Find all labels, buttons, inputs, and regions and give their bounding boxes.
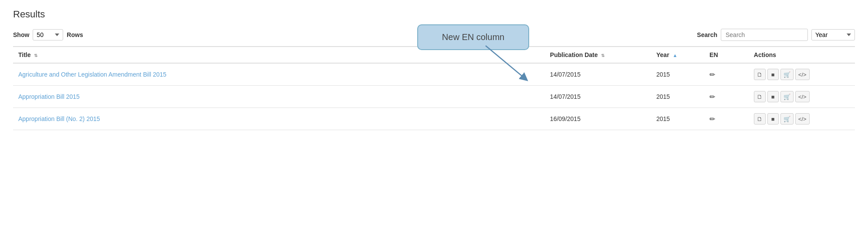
results-table: Title ⇅ Publication Date ⇅ Year ▲ EN Act… (13, 46, 855, 130)
table-body: Agriculture and Other Legislation Amendm… (13, 63, 855, 130)
cell-year: 2015 (651, 63, 704, 86)
show-rows-select[interactable]: 50 10 25 100 (33, 29, 63, 40)
cell-year: 2015 (651, 108, 704, 130)
col-year[interactable]: Year ▲ (651, 47, 704, 63)
search-label: Search (697, 31, 717, 38)
code-button[interactable]: </> (795, 113, 810, 124)
title-link[interactable]: Appropriation Bill 2015 (18, 93, 80, 100)
toolbar: Show 50 10 25 100 Rows Search Year 2015 … (13, 29, 855, 41)
pdf-button[interactable]: 🗋 (754, 91, 766, 102)
en-edit-icon[interactable]: ✏ (709, 115, 715, 123)
cell-actions: 🗋 ■ 🛒 </> (749, 86, 855, 108)
cell-actions: 🗋 ■ 🛒 </> (749, 108, 855, 130)
pubdate-sort-icon: ⇅ (601, 53, 605, 58)
stop-button[interactable]: ■ (767, 69, 779, 80)
title-link[interactable]: Agriculture and Other Legislation Amendm… (18, 71, 166, 78)
search-input[interactable] (721, 29, 808, 41)
cell-actions: 🗋 ■ 🛒 </> (749, 63, 855, 86)
year-select[interactable]: Year 2015 2016 2017 2018 (811, 29, 855, 40)
cart-button[interactable]: 🛒 (780, 69, 794, 80)
pdf-button[interactable]: 🗋 (754, 69, 766, 80)
en-edit-icon[interactable]: ✏ (709, 71, 715, 78)
code-button[interactable]: </> (795, 91, 810, 102)
cell-title: Appropriation Bill (No. 2) 2015 (13, 108, 545, 130)
cart-button[interactable]: 🛒 (780, 91, 794, 102)
table-header: Title ⇅ Publication Date ⇅ Year ▲ EN Act… (13, 47, 855, 63)
cell-pub-date: 16/09/2015 (545, 108, 651, 130)
page-title: Results (13, 9, 855, 20)
col-actions: Actions (749, 47, 855, 63)
table-row: Appropriation Bill (No. 2) 2015 16/09/20… (13, 108, 855, 130)
rows-label: Rows (67, 31, 83, 38)
en-edit-icon[interactable]: ✏ (709, 93, 715, 101)
stop-button[interactable]: ■ (767, 113, 779, 124)
cell-en: ✏ (704, 108, 749, 130)
pdf-button[interactable]: 🗋 (754, 113, 766, 124)
cell-pub-date: 14/07/2015 (545, 86, 651, 108)
code-button[interactable]: </> (795, 69, 810, 80)
col-en: EN (704, 47, 749, 63)
title-sort-icon: ⇅ (34, 53, 37, 58)
table-row: Appropriation Bill 2015 14/07/2015 2015 … (13, 86, 855, 108)
title-link[interactable]: Appropriation Bill (No. 2) 2015 (18, 115, 100, 122)
cell-en: ✏ (704, 86, 749, 108)
cell-title: Appropriation Bill 2015 (13, 86, 545, 108)
cart-button[interactable]: 🛒 (780, 113, 794, 124)
table-row: Agriculture and Other Legislation Amendm… (13, 63, 855, 86)
col-pub-date[interactable]: Publication Date ⇅ (545, 47, 651, 63)
cell-title: Agriculture and Other Legislation Amendm… (13, 63, 545, 86)
year-sort-icon: ▲ (673, 53, 678, 58)
col-title[interactable]: Title ⇅ (13, 47, 545, 63)
cell-year: 2015 (651, 86, 704, 108)
cell-pub-date: 14/07/2015 (545, 63, 651, 86)
show-label: Show (13, 31, 29, 38)
cell-en: ✏ (704, 63, 749, 86)
stop-button[interactable]: ■ (767, 91, 779, 102)
